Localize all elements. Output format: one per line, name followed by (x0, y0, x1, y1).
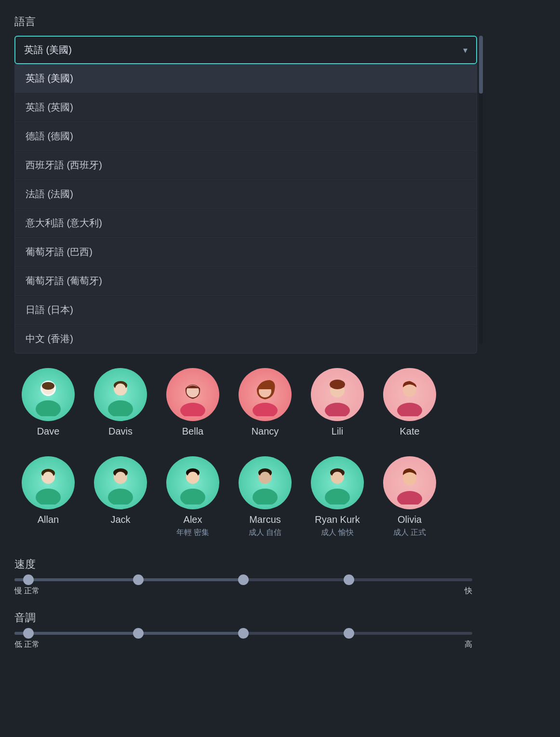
pitch-thumb-2[interactable] (133, 628, 144, 639)
avatar-lili (311, 368, 364, 421)
voice-davis-name: Davis (108, 426, 133, 437)
svg-point-20 (43, 472, 53, 482)
avatar-lili-svg (316, 373, 359, 416)
svg-point-32 (260, 472, 270, 482)
speed-slider-track[interactable] (14, 578, 472, 581)
voice-marcus-subtitle: 成人 自信 (249, 527, 281, 538)
svg-point-15 (397, 403, 422, 416)
avatar-dave (22, 368, 75, 421)
language-option-5[interactable]: 意大利語 (意大利) (15, 209, 477, 238)
language-dropdown-wrapper: 英語 (美國) ▾ 英語 (美國) 英語 (英國) 德語 (德國) 西班牙語 (… (14, 36, 546, 354)
pitch-max-label: 高 (465, 640, 472, 650)
voice-grid-row2: Allan Jack (14, 456, 546, 538)
language-dropdown-list: 英語 (美國) 英語 (英國) 德語 (德國) 西班牙語 (西班牙) 法語 (法… (14, 64, 477, 354)
svg-point-24 (115, 472, 126, 482)
voice-dave-name: Dave (37, 426, 60, 437)
language-option-4[interactable]: 法語 (法國) (15, 180, 477, 209)
avatar-alex (166, 456, 219, 509)
voice-dave[interactable]: Dave (14, 368, 82, 437)
speed-slider-labels: 慢 正常 快 (14, 586, 472, 596)
pitch-thumb-4[interactable] (344, 628, 354, 639)
language-selected-text: 英語 (美國) (24, 43, 72, 56)
language-option-9[interactable]: 中文 (香港) (15, 325, 477, 353)
voice-grid-row1: Dave Davis (14, 368, 546, 437)
language-dropdown-selected[interactable]: 英語 (美國) ▾ (14, 36, 477, 64)
avatar-bella-svg (171, 373, 214, 416)
avatar-olivia-svg (388, 461, 431, 505)
avatar-kate-svg (388, 373, 431, 416)
voice-jack[interactable]: Jack (87, 456, 154, 538)
speed-slider-container[interactable] (14, 578, 546, 581)
avatar-marcus-svg (243, 461, 287, 505)
speed-label: 速度 (14, 557, 546, 572)
pitch-slider-container[interactable] (14, 632, 546, 635)
voice-olivia-name: Olivia (398, 514, 422, 525)
avatar-jack (94, 456, 147, 509)
scrollbar-thumb[interactable] (479, 36, 483, 94)
speed-thumb-2[interactable] (133, 574, 144, 585)
svg-point-4 (108, 400, 133, 416)
voice-ryan-kurk-name: Ryan Kurk (315, 514, 360, 525)
language-option-2[interactable]: 德語 (德國) (15, 122, 477, 151)
pitch-section: 音調 低 正常 高 (14, 611, 546, 650)
svg-point-10 (253, 403, 278, 416)
avatar-alex-svg (171, 461, 214, 505)
voice-marcus[interactable]: Marcus 成人 自信 (231, 456, 299, 538)
pitch-label: 音調 (14, 611, 546, 625)
voice-nancy-name: Nancy (252, 426, 279, 437)
voice-allan[interactable]: Allan (14, 456, 82, 538)
language-option-1[interactable]: 英語 (英國) (15, 93, 477, 122)
voice-jack-name: Jack (110, 514, 130, 525)
avatar-nancy-svg (243, 373, 287, 416)
pitch-thumb-3[interactable] (238, 628, 249, 639)
voice-alex-subtitle: 年輕 密集 (176, 527, 209, 538)
avatar-nancy (239, 368, 292, 421)
language-option-6[interactable]: 葡萄牙語 (巴西) (15, 238, 477, 267)
svg-point-8 (180, 403, 205, 416)
avatar-ryan-kurk (311, 456, 364, 509)
voice-bella-name: Bella (182, 426, 203, 437)
voice-marcus-name: Marcus (249, 514, 281, 525)
voice-nancy[interactable]: Nancy (231, 368, 299, 437)
svg-point-7 (115, 383, 126, 394)
language-option-7[interactable]: 葡萄牙語 (葡萄牙) (15, 267, 477, 296)
speed-thumb-3[interactable] (238, 574, 249, 585)
speed-min-label: 慢 (14, 587, 22, 595)
voice-olivia-subtitle: 成人 正式 (393, 527, 426, 538)
speed-slider-fill (14, 578, 243, 581)
voice-davis[interactable]: Davis (87, 368, 154, 437)
speed-mid-label: 正常 (24, 587, 40, 595)
svg-point-12 (325, 403, 350, 416)
svg-point-33 (325, 489, 350, 505)
voice-ryan-kurk-subtitle: 成人 愉快 (321, 527, 354, 538)
speed-thumb-4[interactable] (344, 574, 354, 585)
svg-point-38 (403, 472, 416, 485)
scrollbar-track[interactable] (479, 36, 483, 344)
svg-point-3 (42, 382, 54, 390)
avatar-bella (166, 368, 219, 421)
language-option-0[interactable]: 英語 (美國) (15, 64, 477, 93)
pitch-thumb-1[interactable] (23, 628, 34, 639)
voice-lili[interactable]: Lili (304, 368, 371, 437)
voice-allan-name: Allan (38, 514, 59, 525)
pitch-slider-fill (14, 632, 243, 635)
pitch-slider-track[interactable] (14, 632, 472, 635)
avatar-marcus (239, 456, 292, 509)
language-option-3[interactable]: 西班牙語 (西班牙) (15, 151, 477, 180)
speed-max-label: 快 (465, 586, 472, 596)
language-label: 語言 (14, 14, 546, 29)
svg-point-21 (108, 489, 133, 505)
avatar-jack-svg (99, 461, 142, 505)
svg-point-17 (36, 489, 61, 505)
language-option-8[interactable]: 日語 (日本) (15, 296, 477, 325)
voice-ryan-kurk[interactable]: Ryan Kurk 成人 愉快 (304, 456, 371, 538)
voice-olivia[interactable]: Olivia 成人 正式 (376, 456, 443, 538)
voice-kate[interactable]: Kate (376, 368, 443, 437)
svg-point-14 (330, 380, 345, 389)
voice-bella[interactable]: Bella (159, 368, 227, 437)
language-dropdown-container: 英語 (美國) ▾ 英語 (美國) 英語 (英國) 德語 (德國) 西班牙語 (… (14, 36, 477, 354)
avatar-kate (383, 368, 436, 421)
speed-thumb-1[interactable] (23, 574, 34, 585)
voice-alex[interactable]: Alex 年輕 密集 (159, 456, 227, 538)
avatar-dave-svg (27, 373, 70, 416)
